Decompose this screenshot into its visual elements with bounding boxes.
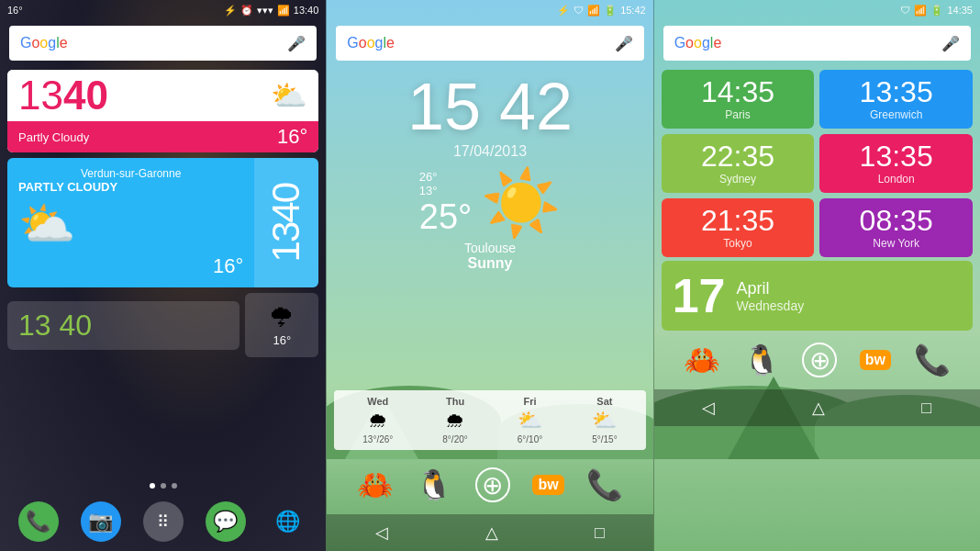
clock-tokyo: 21:35 Tokyo xyxy=(662,198,815,257)
forecast-icon-thu: 🌧 xyxy=(445,409,465,433)
paris-time: 14:35 xyxy=(701,77,774,107)
app-grid-3[interactable]: ⊕ xyxy=(802,343,837,377)
forecast-fri: Fri ⛅ 6°/10° xyxy=(518,396,542,444)
dock-camera[interactable]: 📷 xyxy=(81,501,121,542)
dock-phone[interactable]: 📞 xyxy=(18,501,59,542)
search-bar-3[interactable]: Google 🎤 xyxy=(663,26,971,61)
forecast-temps-fri: 6°/10° xyxy=(518,434,542,444)
weather-cond: PARTLY CLOUDY xyxy=(18,180,243,194)
app-phone-2[interactable]: 📞 xyxy=(586,467,623,502)
london-time: 13:35 xyxy=(860,141,933,171)
clock-london: 13:35 London xyxy=(819,134,973,193)
forecast-temps-wed: 13°/26° xyxy=(362,434,393,444)
wifi-icon-3: 📶 xyxy=(914,5,927,17)
forecast-day-thu: Thu xyxy=(446,396,464,407)
shield-icon-3: 🛡 xyxy=(900,5,910,16)
nav-recents-2[interactable]: □ xyxy=(595,523,605,543)
battery-icon-2: 🔋 xyxy=(604,5,617,17)
weather-icon-small: ⛅ xyxy=(271,78,307,113)
app-penguin-3[interactable]: 🐧 xyxy=(743,343,780,377)
city-clocks-grid: 14:35 Paris 13:35 Greenwich 22:35 Sydney… xyxy=(654,66,980,261)
widget-small-weather: 🌩 16° xyxy=(245,293,318,357)
app-crab-3[interactable]: 🦀 xyxy=(684,343,720,377)
clock-min: 40 xyxy=(63,73,108,118)
s2-min: 42 xyxy=(499,70,573,143)
newyork-time: 08:35 xyxy=(860,206,933,235)
clock-newyork: 08:35 New York xyxy=(819,198,973,257)
s2-low-temp: 13° xyxy=(419,184,472,197)
widget-weather-blue: Verdun-sur-Garonne PARTLY CLOUDY ⛅ 16° 1… xyxy=(7,158,318,287)
status-left-1: 16° xyxy=(7,5,23,16)
mic-icon-1[interactable]: 🎤 xyxy=(287,35,306,52)
search-bar-2[interactable]: Google 🎤 xyxy=(336,26,643,61)
nav-bar-2: ◁ △ □ xyxy=(327,514,652,551)
dock-apps[interactable]: ⠿ xyxy=(143,501,184,542)
forecast-icon-fri: ⛅ xyxy=(518,409,542,433)
app-penguin[interactable]: 🐧 xyxy=(416,467,452,502)
bluetooth-icon: ⚡ xyxy=(224,5,237,17)
status-time-3: 14:35 xyxy=(947,5,973,16)
s2-date: 17/04/2013 xyxy=(453,143,527,160)
forecast-day-sat: Sat xyxy=(596,396,612,407)
mic-icon-3[interactable]: 🎤 xyxy=(941,35,960,52)
nav-home-2[interactable]: △ xyxy=(485,523,498,543)
nav-recents-3[interactable]: □ xyxy=(921,399,931,418)
clock-greenwich: 13:35 Greenwich xyxy=(819,70,973,129)
small-weather-icon: 🌩 xyxy=(269,303,295,333)
widget-clock-bar: 1340 ⛅ Partly Cloudy 16° xyxy=(7,70,318,152)
mic-icon-2[interactable]: 🎤 xyxy=(615,35,633,52)
app-crab[interactable]: 🦀 xyxy=(357,467,394,502)
forecast-day-fri: Fri xyxy=(523,396,536,407)
clock-paris: 14:35 Paris xyxy=(662,70,815,129)
nav-back-2[interactable]: ◁ xyxy=(375,523,388,543)
s2-city: Toulouse xyxy=(464,241,516,255)
status-right-1: ⚡ ⏰ ▾▾▾ 📶 13:40 xyxy=(224,5,319,17)
app-phone-3[interactable]: 📞 xyxy=(914,343,951,377)
dock-hangouts[interactable]: 💬 xyxy=(206,501,246,542)
widget-small-row: 13 40 🌩 16° xyxy=(7,293,318,357)
dock-3: 🦀 🐧 ⊕ bw 📞 xyxy=(654,331,980,389)
newyork-name: New York xyxy=(873,237,919,250)
forecast-wed: Wed 🌧 13°/26° xyxy=(362,396,393,444)
screen-2: ⚡ 🛡 📶 🔋 15:42 Google 🎤 15 42 17/04/2013 … xyxy=(326,0,652,551)
status-right-2: ⚡ 🛡 📶 🔋 15:42 xyxy=(557,5,646,17)
date-month: April xyxy=(737,279,805,298)
status-bar-2: ⚡ 🛡 📶 🔋 15:42 xyxy=(327,0,652,20)
s2-hour: 15 xyxy=(407,70,481,143)
status-time-2: 15:42 xyxy=(620,5,646,16)
screen-1: 16° ⚡ ⏰ ▾▾▾ 📶 13:40 Google 🎤 1340 ⛅ P xyxy=(0,0,326,551)
dock-chrome[interactable]: 🌐 xyxy=(267,501,307,542)
sydney-name: Sydney xyxy=(719,173,756,186)
bluetooth-icon-2: ⚡ xyxy=(557,5,570,17)
forecast-bar: Wed 🌧 13°/26° Thu 🌧 8°/20° Fri ⛅ 6°/10° … xyxy=(334,390,645,450)
screen-3: 🛡 📶 🔋 14:35 Google 🎤 14:35 Paris 13:35 G… xyxy=(653,0,980,551)
nav-back-3[interactable]: ◁ xyxy=(702,398,715,418)
small-weather-temp: 16° xyxy=(273,333,291,347)
app-grid[interactable]: ⊕ xyxy=(475,467,510,502)
s2-main-content: 15 42 17/04/2013 26° 13° 25° ☀️ Toulouse… xyxy=(327,66,652,385)
date-detail: April Wednesday xyxy=(737,279,805,313)
forecast-icon-wed: 🌧 xyxy=(368,409,388,433)
s2-big-time: 15 42 xyxy=(407,73,573,140)
s2-high-temp: 26° xyxy=(419,170,472,184)
weather-temp-main: 16° xyxy=(18,254,243,278)
widgets-area-1: 1340 ⛅ Partly Cloudy 16° Verdun-sur-Garo… xyxy=(0,66,326,479)
app-bw-3[interactable]: bw xyxy=(860,350,891,370)
sydney-time: 22:35 xyxy=(701,141,774,171)
battery-icon-3: 🔋 xyxy=(930,5,943,17)
alarm-icon: ⏰ xyxy=(240,5,253,17)
greenwich-name: Greenwich xyxy=(870,108,922,121)
clock-time-display: 1340 xyxy=(18,75,108,116)
widget-small-clock: 13 40 xyxy=(7,301,239,350)
weather-temp-strip: 16° xyxy=(277,125,307,149)
google-logo-3: Google xyxy=(674,35,722,51)
status-bar-3: 🛡 📶 🔋 14:35 xyxy=(654,0,980,20)
forecast-temps-sat: 5°/15° xyxy=(592,434,617,444)
search-bar-1[interactable]: Google 🎤 xyxy=(9,26,317,61)
forecast-icon-sat: ⛅ xyxy=(592,409,617,433)
tokyo-name: Tokyo xyxy=(723,237,752,250)
app-bw[interactable]: bw xyxy=(532,475,563,495)
cloud-icon: ⛅ xyxy=(18,197,243,251)
signal-icon: 📶 xyxy=(277,5,290,17)
nav-home-3[interactable]: △ xyxy=(812,398,825,418)
